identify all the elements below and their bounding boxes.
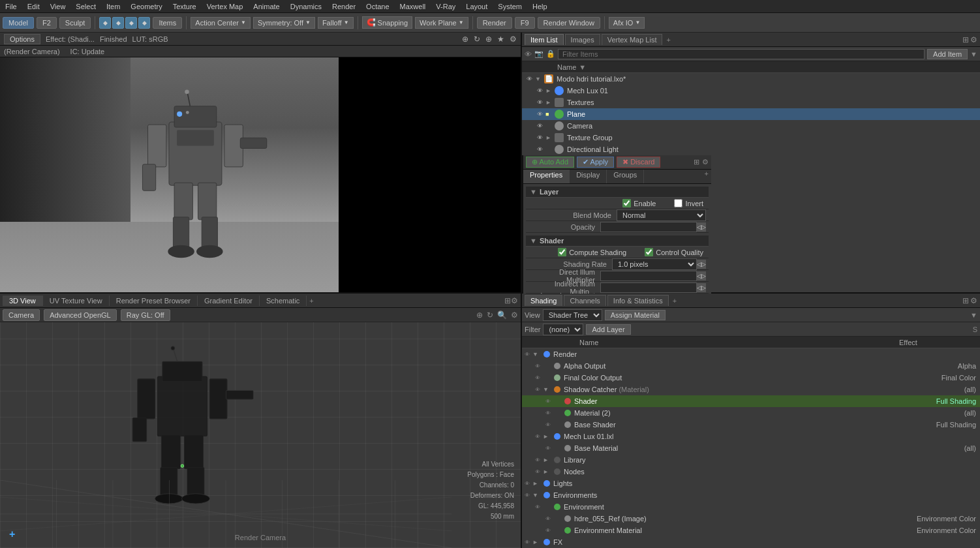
shader-item[interactable]: 👁 ► Lights: [522, 478, 980, 489]
shader-eye-8[interactable]: 👁: [534, 433, 542, 440]
menu-help[interactable]: Help: [527, 1, 553, 12]
f2-button[interactable]: F2: [37, 17, 57, 29]
list-item[interactable]: 👁 Directional Light: [522, 144, 980, 155]
snapping-dropdown[interactable]: 🧲 Snapping: [362, 16, 413, 29]
assign-material-button[interactable]: Assign Material: [605, 310, 666, 320]
render-button[interactable]: Render: [477, 17, 512, 29]
tree-arrow-2[interactable]: ►: [545, 87, 553, 94]
sort-icon[interactable]: ▼: [579, 63, 586, 71]
add-shading-tab[interactable]: +: [670, 297, 679, 305]
shader-item[interactable]: 👁 ► Library: [522, 454, 980, 466]
expand-icon[interactable]: ⊞: [962, 35, 969, 44]
shader-eye-17[interactable]: 👁: [523, 538, 531, 546]
shader-arrow-10[interactable]: ►: [543, 457, 551, 463]
eye-icon-1[interactable]: 👁: [525, 74, 534, 84]
options-button[interactable]: Options: [4, 34, 40, 44]
afx-io-dropdown[interactable]: Afx IO ▼: [609, 17, 645, 29]
blend-mode-dropdown[interactable]: Normal: [617, 209, 706, 221]
tab-render-preset[interactable]: Render Preset Browser: [110, 296, 198, 306]
tab-info-statistics[interactable]: Info & Statistics: [607, 295, 669, 306]
eye-icon-2[interactable]: 👁: [535, 86, 544, 95]
items-button[interactable]: Items: [153, 17, 182, 29]
view-dropdown[interactable]: Shader Tree: [543, 309, 602, 321]
view3d-rotate-icon[interactable]: ↻: [487, 311, 493, 320]
filter-flag-icon[interactable]: ▼: [970, 311, 977, 319]
tab-uv-texture[interactable]: UV Texture View: [43, 296, 110, 306]
action-center-dropdown[interactable]: Action Center ▼: [191, 17, 251, 29]
eye-icon-5[interactable]: 👁: [535, 121, 544, 130]
shader-eye-9[interactable]: 👁: [544, 444, 552, 452]
compute-shading-checkbox[interactable]: [558, 248, 566, 256]
gear-icon[interactable]: ⚙: [970, 35, 977, 44]
sculpt-button[interactable]: Sculpt: [59, 17, 91, 29]
render-window-button[interactable]: Render Window: [538, 17, 600, 29]
tree-arrow-6[interactable]: ►: [545, 134, 553, 141]
filter-items-input[interactable]: [558, 49, 925, 59]
shader-eye-5[interactable]: 👁: [544, 397, 552, 405]
shader-item[interactable]: 👁 Environment: [522, 501, 980, 513]
menu-vertex-map[interactable]: Vertex Map: [202, 1, 249, 12]
direct-illum-input[interactable]: 100.0 %: [600, 271, 697, 281]
shader-eye-4[interactable]: 👁: [534, 386, 542, 393]
tab-display[interactable]: Display: [570, 170, 607, 183]
rotate-icon[interactable]: ↻: [474, 35, 480, 44]
shader-arrow-1[interactable]: ▼: [532, 351, 540, 358]
list-item[interactable]: 👁 ► Textures: [522, 97, 980, 108]
opacity-input[interactable]: 100.0 %: [600, 222, 697, 232]
filter-icon[interactable]: ▼: [970, 50, 977, 58]
menu-geometry[interactable]: Geometry: [125, 1, 167, 12]
shield-icon-2[interactable]: ◆: [112, 17, 124, 29]
view3d-settings-icon[interactable]: ⚙: [511, 311, 518, 320]
menu-layout[interactable]: Layout: [461, 1, 493, 12]
menu-maxwell[interactable]: Maxwell: [395, 1, 431, 12]
eye-icon-4[interactable]: 👁: [535, 110, 544, 119]
menu-file[interactable]: File: [0, 1, 22, 12]
camera-toggle[interactable]: 📷: [534, 50, 544, 58]
shader-arrow-12[interactable]: ►: [532, 480, 540, 487]
menu-dynamics[interactable]: Dynamics: [285, 1, 327, 12]
tab-shading[interactable]: Shading: [525, 295, 562, 306]
crosshair-icon[interactable]: ⊕: [462, 35, 468, 44]
list-item[interactable]: 👁 ▼ 📄 Modo hdri tutorial.lxo*: [522, 73, 980, 85]
control-quality-checkbox[interactable]: [645, 248, 653, 256]
direct-illum-slider[interactable]: ◁▷: [697, 271, 706, 281]
shader-eye-1[interactable]: 👁: [523, 350, 531, 358]
tab-gradient-editor[interactable]: Gradient Editor: [198, 296, 260, 306]
apply-button[interactable]: ✔ Apply: [577, 157, 614, 168]
shader-item[interactable]: 👁 Environment Material Environment Color: [522, 525, 980, 536]
eye-icon-3[interactable]: 👁: [535, 98, 544, 107]
shader-item[interactable]: 👁 ► FX: [522, 536, 980, 548]
shader-arrow-4[interactable]: ▼: [543, 386, 551, 393]
tab-properties[interactable]: Properties: [523, 170, 570, 183]
shader-eye-11[interactable]: 👁: [534, 468, 542, 476]
shader-eye-2[interactable]: 👁: [534, 362, 542, 370]
shading-expand-icon[interactable]: ⊞: [962, 296, 969, 305]
indirect-illum-input[interactable]: 100.0 %: [600, 282, 697, 293]
indirect-illum-slider[interactable]: ◁▷: [697, 283, 706, 292]
shader-eye-12[interactable]: 👁: [523, 480, 531, 487]
opacity-slider[interactable]: ◁▷: [697, 222, 706, 232]
tab-item-list[interactable]: Item List: [525, 34, 564, 45]
shader-item[interactable]: 👁 Base Material (all): [522, 442, 980, 454]
eye-icon-6[interactable]: 👁: [535, 133, 544, 142]
tab-groups[interactable]: Groups: [607, 170, 644, 183]
shader-section-header[interactable]: ▼ Shader: [526, 236, 709, 247]
enable-checkbox[interactable]: [622, 199, 631, 207]
add-view-tab[interactable]: +: [307, 297, 316, 305]
menu-vray[interactable]: V-Ray: [431, 1, 461, 12]
shader-eye-7[interactable]: 👁: [544, 421, 552, 429]
layer-section-header[interactable]: ▼ Layer: [526, 187, 709, 198]
menu-select[interactable]: Select: [70, 1, 101, 12]
menu-system[interactable]: System: [493, 1, 527, 12]
menu-render[interactable]: Render: [327, 1, 361, 12]
tab-vertex-map[interactable]: Vertex Map List: [602, 34, 663, 45]
shader-eye-3[interactable]: 👁: [534, 374, 542, 382]
shader-item[interactable]: 👁 hdre_055_Ref (Image) Environment Color: [522, 513, 980, 525]
add-props-tab[interactable]: +: [702, 170, 711, 183]
shader-item[interactable]: 👁 ► Mech Lux 01.lxl: [522, 431, 980, 442]
shield-icon-3[interactable]: ◆: [125, 17, 137, 29]
props-expand-icon[interactable]: ⊞: [694, 158, 699, 166]
shader-eye-6[interactable]: 👁: [544, 409, 552, 417]
add-item-button[interactable]: Add Item: [927, 49, 968, 59]
shader-item[interactable]: 👁 ▼ Environments: [522, 489, 980, 501]
